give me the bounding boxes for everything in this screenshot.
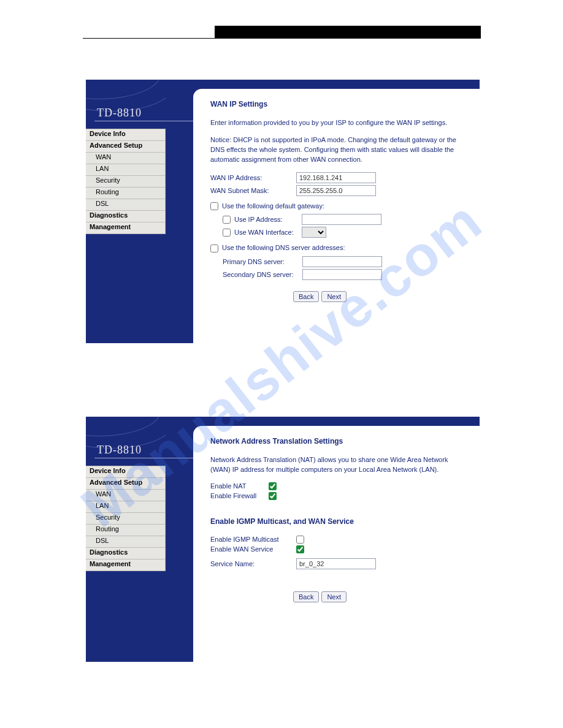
back-button[interactable]: Back xyxy=(293,591,319,602)
wan-ip-label: WAN IP Address: xyxy=(210,174,296,181)
wan-mask-input[interactable] xyxy=(296,185,376,196)
enable-firewall-checkbox[interactable] xyxy=(269,492,277,500)
header-swoosh xyxy=(86,80,166,112)
router-panel-wan-ip: TD-8810 Device Info Advanced Setup WAN L… xyxy=(86,80,480,343)
nav-advanced-setup[interactable]: Advanced Setup xyxy=(86,141,166,153)
secondary-dns-label: Secondary DNS server: xyxy=(223,271,302,278)
secondary-dns-input[interactable] xyxy=(302,269,382,280)
next-button[interactable]: Next xyxy=(321,291,347,302)
nav-management[interactable]: Management xyxy=(86,222,166,234)
nav-wan[interactable]: WAN xyxy=(86,490,166,501)
use-ip-label: Use IP Address: xyxy=(234,216,302,223)
nav-wan[interactable]: WAN xyxy=(86,153,166,164)
intro-text: Network Address Translation (NAT) allows… xyxy=(210,455,466,475)
default-gateway-label: Use the following default gateway: xyxy=(222,202,324,210)
nav-routing[interactable]: Routing xyxy=(86,188,166,199)
enable-igmp-checkbox[interactable] xyxy=(296,536,304,544)
nav-device-info[interactable]: Device Info xyxy=(86,466,166,478)
enable-firewall-label: Enable Firewall xyxy=(210,492,269,499)
nav-security[interactable]: Security xyxy=(86,176,166,188)
use-ip-input[interactable] xyxy=(302,214,381,225)
nav-dsl[interactable]: DSL xyxy=(86,536,166,548)
header-swoosh xyxy=(86,417,166,449)
dns-checkbox[interactable] xyxy=(210,245,218,252)
default-gateway-checkbox[interactable] xyxy=(210,202,218,210)
notice-text: Notice: DHCP is not supported in IPoA mo… xyxy=(210,135,466,165)
use-ip-checkbox[interactable] xyxy=(223,216,231,224)
enable-wan-service-checkbox[interactable] xyxy=(296,545,304,553)
nav-lan[interactable]: LAN xyxy=(86,164,166,176)
sidebar-nav: Device Info Advanced Setup WAN LAN Secur… xyxy=(86,129,166,234)
page-title: Network Address Translation Settings xyxy=(210,437,466,446)
nav-device-info[interactable]: Device Info xyxy=(86,129,166,141)
use-wan-if-label: Use WAN Interface: xyxy=(234,229,302,236)
router-panel-nat: TD-8810 Device Info Advanced Setup WAN L… xyxy=(86,417,480,662)
enable-nat-checkbox[interactable] xyxy=(269,482,277,490)
nav-advanced-setup[interactable]: Advanced Setup xyxy=(86,478,166,490)
nav-management[interactable]: Management xyxy=(86,559,166,571)
primary-dns-input[interactable] xyxy=(302,256,382,267)
intro-text: Enter information provided to you by you… xyxy=(210,118,466,128)
use-wan-if-checkbox[interactable] xyxy=(223,229,231,237)
nav-routing[interactable]: Routing xyxy=(86,525,166,536)
next-button[interactable]: Next xyxy=(321,591,347,602)
service-name-input[interactable] xyxy=(296,558,376,569)
primary-dns-label: Primary DNS server: xyxy=(223,258,302,265)
enable-wan-service-label: Enable WAN Service xyxy=(210,545,296,553)
nav-diagnostics[interactable]: Diagnostics xyxy=(86,211,166,222)
enable-igmp-label: Enable IGMP Multicast xyxy=(210,536,296,543)
nav-security[interactable]: Security xyxy=(86,513,166,525)
nav-lan[interactable]: LAN xyxy=(86,501,166,513)
content-panel: WAN IP Settings Enter information provid… xyxy=(193,89,480,343)
nav-dsl[interactable]: DSL xyxy=(86,199,166,211)
dns-label: Use the following DNS server addresses: xyxy=(222,244,345,251)
section-heading: Enable IGMP Multicast, and WAN Service xyxy=(210,517,466,526)
content-panel: Network Address Translation Settings Net… xyxy=(193,426,480,662)
sidebar-nav: Device Info Advanced Setup WAN LAN Secur… xyxy=(86,466,166,571)
wan-ip-input[interactable] xyxy=(296,172,376,183)
nav-diagnostics[interactable]: Diagnostics xyxy=(86,548,166,559)
page-title: WAN IP Settings xyxy=(210,100,466,108)
service-name-label: Service Name: xyxy=(210,560,296,567)
use-wan-if-select[interactable] xyxy=(302,227,326,238)
enable-nat-label: Enable NAT xyxy=(210,482,269,490)
back-button[interactable]: Back xyxy=(293,291,319,302)
wan-mask-label: WAN Subnet Mask: xyxy=(210,187,296,194)
